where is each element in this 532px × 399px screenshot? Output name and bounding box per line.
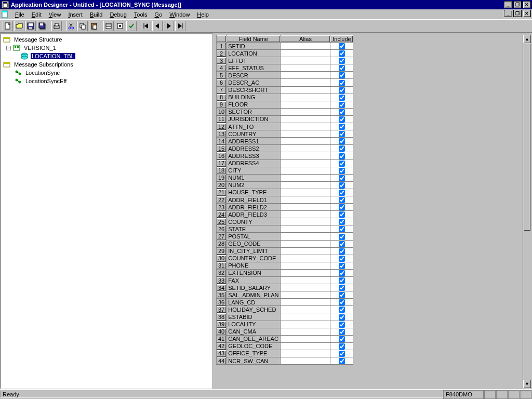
copy-button[interactable] — [77, 20, 88, 32]
mdi-restore-button[interactable]: ❐ — [513, 10, 522, 17]
include-checkbox[interactable] — [339, 277, 345, 284]
scroll-thumb[interactable] — [524, 44, 530, 231]
nav-last-button[interactable] — [175, 20, 186, 32]
include-checkbox[interactable] — [339, 131, 345, 137]
cell-field-name[interactable]: OFFICE_TYPE — [227, 350, 281, 357]
cell-alias[interactable] — [281, 350, 330, 357]
cell-include[interactable] — [330, 233, 353, 240]
grid-row[interactable]: 20NUM2 — [217, 181, 353, 189]
grid-row[interactable]: 15ADDRESS2 — [217, 145, 353, 152]
include-checkbox[interactable] — [339, 182, 345, 189]
menu-help[interactable]: Help — [193, 11, 212, 18]
include-checkbox[interactable] — [339, 102, 345, 108]
include-checkbox[interactable] — [339, 292, 345, 298]
cell-alias[interactable] — [281, 225, 330, 233]
grid-row[interactable]: 19NUM1 — [217, 174, 353, 181]
cell-alias[interactable] — [281, 174, 330, 181]
cell-include[interactable] — [330, 299, 353, 306]
cell-field-name[interactable]: NUM1 — [227, 174, 281, 181]
cell-field-name[interactable]: FLOOR — [227, 101, 281, 108]
grid-row[interactable]: 8BUILDING — [217, 94, 353, 101]
tree-node-message-subscriptions[interactable]: Message Subscriptions — [3, 60, 210, 69]
cut-button[interactable] — [65, 20, 77, 32]
cell-include[interactable] — [330, 262, 353, 269]
cell-field-name[interactable]: DESCRSHORT — [227, 86, 281, 94]
cell-include[interactable] — [330, 94, 353, 101]
cell-field-name[interactable]: POSTAL — [227, 233, 281, 240]
include-checkbox[interactable] — [339, 263, 345, 269]
cell-include[interactable] — [330, 43, 353, 50]
grid-row[interactable]: 10SECTOR — [217, 108, 353, 115]
include-checkbox[interactable] — [339, 299, 345, 305]
grid-row[interactable]: 41CAN_OEE_AREAC — [217, 335, 353, 342]
include-checkbox[interactable] — [339, 72, 345, 78]
cell-include[interactable] — [330, 130, 353, 138]
validate-button[interactable] — [126, 20, 137, 32]
cell-alias[interactable] — [281, 79, 330, 86]
include-checkbox[interactable] — [339, 219, 345, 225]
grid-row[interactable]: 29IN_CITY_LIMIT — [217, 247, 353, 255]
grid-row[interactable]: 37HOLIDAY_SCHED — [217, 306, 353, 313]
cell-include[interactable] — [330, 335, 353, 342]
cell-field-name[interactable]: ADDRESS4 — [227, 159, 281, 167]
cell-field-name[interactable]: SECTOR — [227, 108, 281, 115]
open-button[interactable] — [14, 20, 25, 32]
cell-alias[interactable] — [281, 167, 330, 174]
cell-alias[interactable] — [281, 262, 330, 269]
cell-include[interactable] — [330, 247, 353, 255]
include-checkbox[interactable] — [339, 234, 345, 240]
cell-alias[interactable] — [281, 145, 330, 152]
collapse-icon[interactable]: − — [6, 46, 11, 50]
grid-row[interactable]: 18CITY — [217, 167, 353, 174]
cell-field-name[interactable]: ADDR_FIELD1 — [227, 196, 281, 203]
cell-include[interactable] — [330, 189, 353, 196]
cell-field-name[interactable]: HOUSE_TYPE — [227, 189, 281, 196]
tree-node-message-structure[interactable]: Message Structure — [3, 35, 210, 44]
include-checkbox[interactable] — [339, 153, 345, 159]
grid-row[interactable]: 42GEOLOC_CODE — [217, 342, 353, 350]
cell-field-name[interactable]: SAL_ADMIN_PLAN — [227, 291, 281, 299]
cell-include[interactable] — [330, 123, 353, 130]
include-checkbox[interactable] — [339, 116, 345, 123]
col-include[interactable]: Include — [330, 35, 353, 43]
cell-alias[interactable] — [281, 64, 330, 72]
include-checkbox[interactable] — [339, 43, 345, 49]
minimize-button[interactable]: _ — [504, 1, 512, 8]
grid-row[interactable]: 22ADDR_FIELD1 — [217, 196, 353, 203]
cell-include[interactable] — [330, 321, 353, 328]
cell-alias[interactable] — [281, 306, 330, 313]
cell-alias[interactable] — [281, 57, 330, 64]
cell-field-name[interactable]: LOCATION — [227, 50, 281, 57]
menu-debug[interactable]: Debug — [106, 11, 130, 18]
tree-node-location-tbl[interactable]: LOCATION_TBL — [3, 52, 210, 60]
grid-row[interactable]: 25COUNTY — [217, 218, 353, 225]
cell-include[interactable] — [330, 101, 353, 108]
cell-alias[interactable] — [281, 50, 330, 57]
cell-alias[interactable] — [281, 357, 330, 365]
cell-include[interactable] — [330, 57, 353, 64]
grid-row[interactable]: 16ADDRESS3 — [217, 152, 353, 159]
nav-next-button[interactable] — [163, 20, 175, 32]
include-checkbox[interactable] — [339, 50, 345, 57]
cell-alias[interactable] — [281, 101, 330, 108]
cell-include[interactable] — [330, 350, 353, 357]
cell-alias[interactable] — [281, 211, 330, 218]
grid-row[interactable]: 33FAX — [217, 277, 353, 284]
include-checkbox[interactable] — [339, 226, 345, 232]
grid-row[interactable]: 44NCR_SW_CAN — [217, 357, 353, 365]
cell-alias[interactable] — [281, 247, 330, 255]
cell-include[interactable] — [330, 284, 353, 291]
cell-include[interactable] — [330, 64, 353, 72]
menu-view[interactable]: View — [45, 11, 65, 18]
cell-field-name[interactable]: NCR_SW_CAN — [227, 357, 281, 365]
include-checkbox[interactable] — [339, 241, 345, 247]
cell-alias[interactable] — [281, 233, 330, 240]
cell-alias[interactable] — [281, 138, 330, 145]
cell-alias[interactable] — [281, 181, 330, 189]
include-checkbox[interactable] — [339, 87, 345, 94]
cell-field-name[interactable]: GEOLOC_CODE — [227, 342, 281, 350]
grid-row[interactable]: 40CAN_CMA — [217, 328, 353, 335]
grid-row[interactable]: 31PHONE — [217, 262, 353, 269]
menu-tools[interactable]: Tools — [130, 11, 151, 18]
cell-alias[interactable] — [281, 86, 330, 94]
